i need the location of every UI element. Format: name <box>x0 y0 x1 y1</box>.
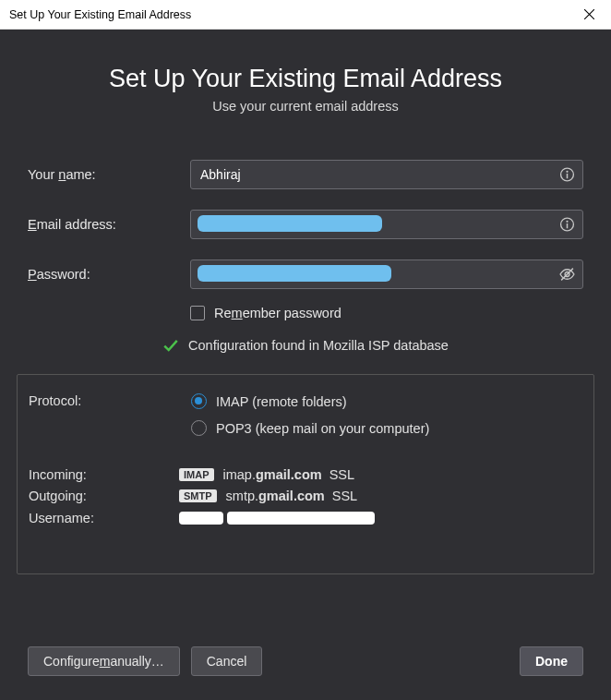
button-row: Configure manually… Cancel Done <box>28 646 583 676</box>
done-button[interactable]: Done <box>520 646 583 676</box>
window-title: Set Up Your Existing Email Address <box>9 8 191 21</box>
eye-off-icon[interactable] <box>559 267 575 283</box>
radio-icon <box>191 420 207 436</box>
incoming-host: imap.gmail.com <box>223 467 322 482</box>
radio-pop3-label: POP3 (keep mail on your computer) <box>216 421 429 436</box>
incoming-ssl: SSL <box>329 467 354 482</box>
password-redaction <box>198 265 391 282</box>
close-icon <box>584 9 594 19</box>
email-input-wrap <box>190 210 583 239</box>
radio-icon <box>191 393 207 409</box>
status-row: Configuration found in Mozilla ISP datab… <box>28 337 583 354</box>
radio-imap[interactable]: IMAP (remote folders) <box>191 393 582 409</box>
svg-point-1 <box>566 171 568 173</box>
status-text: Configuration found in Mozilla ISP datab… <box>188 338 449 353</box>
name-input-wrap <box>190 160 583 189</box>
svg-rect-5 <box>567 223 568 228</box>
info-icon[interactable] <box>559 217 575 233</box>
configure-manually-button[interactable]: Configure manually… <box>28 646 180 676</box>
page-subtitle: Use your current email address <box>28 99 583 114</box>
remember-checkbox[interactable] <box>190 306 205 320</box>
remember-row: Remember password <box>190 306 583 320</box>
incoming-label: Incoming: <box>29 467 179 482</box>
password-input-wrap <box>190 259 583 289</box>
page-heading: Set Up Your Existing Email Address <box>28 65 583 93</box>
outgoing-row: Outgoing: SMTP smtp.gmail.com SSL <box>29 489 582 503</box>
username-label: Username: <box>29 511 179 525</box>
outgoing-label: Outgoing: <box>29 489 179 503</box>
email-label: Email address: <box>28 217 190 232</box>
radio-pop3[interactable]: POP3 (keep mail on your computer) <box>191 420 582 436</box>
username-redaction <box>179 510 582 526</box>
incoming-row: Incoming: IMAP imap.gmail.com SSL <box>29 467 582 482</box>
protocol-row: Protocol: IMAP (remote folders) POP3 (ke… <box>18 393 593 447</box>
name-input[interactable] <box>190 160 583 189</box>
page-title: Set Up Your Existing Email Address <box>28 65 583 93</box>
imap-badge: IMAP <box>179 468 214 481</box>
svg-rect-2 <box>567 174 568 178</box>
titlebar: Set Up Your Existing Email Address <box>0 0 611 30</box>
info-icon[interactable] <box>559 167 575 183</box>
radio-imap-label: IMAP (remote folders) <box>216 394 347 409</box>
outgoing-ssl: SSL <box>332 489 357 503</box>
cancel-button[interactable]: Cancel <box>191 646 263 676</box>
close-button[interactable] <box>570 2 607 28</box>
name-row: Your name: <box>28 160 583 189</box>
svg-point-4 <box>566 221 568 223</box>
remember-label: Remember password <box>214 306 341 320</box>
protocol-label: Protocol: <box>29 393 191 447</box>
email-row: Email address: <box>28 210 583 239</box>
smtp-badge: SMTP <box>179 489 217 502</box>
dialog-content: Set Up Your Existing Email Address Use y… <box>0 30 611 700</box>
server-rows: Incoming: IMAP imap.gmail.com SSL Outgoi… <box>18 467 593 526</box>
password-label: Password: <box>28 267 190 282</box>
username-row: Username: <box>29 510 582 526</box>
check-icon <box>162 337 179 354</box>
protocol-box: Protocol: IMAP (remote folders) POP3 (ke… <box>17 374 594 574</box>
email-redaction <box>198 215 382 232</box>
password-row: Password: <box>28 259 583 289</box>
protocol-radio-group: IMAP (remote folders) POP3 (keep mail on… <box>191 393 582 447</box>
name-label: Your name: <box>28 167 190 182</box>
outgoing-host: smtp.gmail.com <box>226 489 325 503</box>
